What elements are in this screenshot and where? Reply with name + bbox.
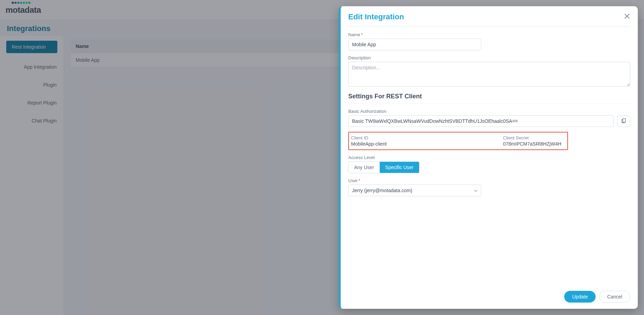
svg-rect-1 (623, 119, 626, 122)
panel-title: Edit Integration (348, 12, 404, 21)
cancel-button[interactable]: Cancel (599, 291, 630, 303)
client-credentials-highlight: Client ID MobileApp-client Client Secret… (348, 132, 568, 150)
update-button[interactable]: Update (564, 291, 596, 303)
required-marker: * (361, 32, 363, 37)
client-id-label: Client ID (351, 135, 489, 140)
copy-icon (621, 118, 626, 124)
basic-auth-label: Basic Authorization (348, 109, 630, 114)
close-icon[interactable] (624, 12, 630, 21)
basic-auth-input[interactable] (348, 115, 614, 127)
client-secret-label: Client Secret (503, 135, 565, 140)
user-label: User* (348, 178, 630, 183)
description-label: Description (348, 55, 630, 60)
description-textarea[interactable] (348, 62, 630, 87)
user-select-value: Jerry (jerry@motadata.com) (352, 188, 412, 193)
access-level-toggle: Any User Specific User (348, 161, 419, 173)
chevron-down-icon (474, 188, 477, 193)
required-marker: * (358, 178, 360, 183)
client-id-value: MobileApp-client (351, 141, 489, 147)
edit-integration-panel: Edit Integration Name* Description Setti… (339, 6, 638, 309)
section-divider (348, 104, 630, 104)
rest-client-section-title: Settings For REST Client (348, 93, 630, 100)
access-level-label: Access Level (348, 155, 630, 160)
name-label: Name* (348, 32, 630, 37)
access-opt-specific-user[interactable]: Specific User (380, 162, 419, 173)
client-secret-value: 078mIPCM7aSRl8HZjW4H (503, 141, 565, 147)
user-select[interactable]: Jerry (jerry@motadata.com) (348, 185, 481, 196)
access-opt-any-user[interactable]: Any User (349, 162, 380, 173)
name-input[interactable] (348, 39, 481, 50)
copy-button[interactable] (617, 115, 630, 127)
